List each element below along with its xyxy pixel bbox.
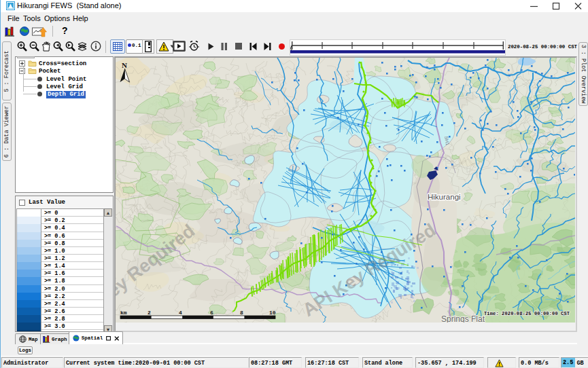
svg-text:N: N [122, 61, 127, 69]
svg-text:8: 8 [240, 310, 243, 316]
svg-text:6: 6 [210, 310, 213, 316]
svg-text:km: km [120, 310, 127, 316]
svg-text:Time: 2020-08-25 00:00:00 CST: Time: 2020-08-25 00:00:00 CST [484, 311, 570, 316]
svg-text:10: 10 [269, 310, 276, 316]
svg-text:Hikurangi: Hikurangi [428, 193, 461, 201]
svg-text:2: 2 [148, 310, 151, 316]
svg-text:4: 4 [179, 310, 182, 316]
svg-text:Springs Flat: Springs Flat [441, 314, 485, 323]
